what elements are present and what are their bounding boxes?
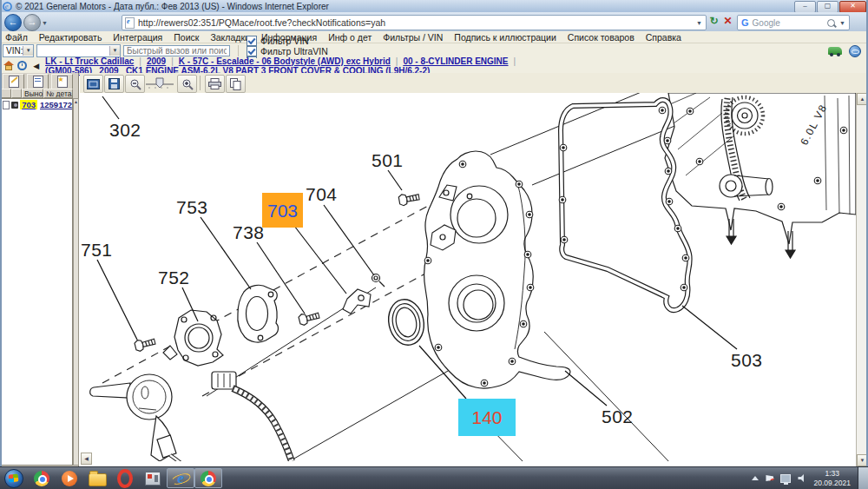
print-button[interactable] <box>205 75 225 93</box>
callout-link-703[interactable]: 703 <box>20 100 37 109</box>
search-dropdown-icon[interactable]: ▼ <box>835 20 849 26</box>
globe-icon[interactable] <box>849 45 861 57</box>
page-star-button[interactable] <box>51 74 73 89</box>
taskbar-ie-button-active[interactable] <box>167 468 194 488</box>
filter-0[interactable]: Фильтр VIN <box>247 36 331 46</box>
header-callout[interactable]: Вынос <box>22 89 43 98</box>
menu-item-10[interactable]: Справка <box>646 32 681 43</box>
application-window: e © 2021 General Motors - Дата публ.: Фе… <box>0 0 868 489</box>
callout-704[interactable]: 704 <box>306 185 338 203</box>
zoom-out-button[interactable] <box>125 75 145 93</box>
taskbar-chrome2-button-active[interactable] <box>194 468 222 488</box>
maximize-button[interactable]: ▢ <box>817 1 838 13</box>
menu-item-3[interactable]: Поиск <box>174 32 199 43</box>
breadcrumb-link-3[interactable]: 00 - 8-CYLINDER ENGINE <box>403 56 508 66</box>
parts-table-header: Вынос № детали <box>0 89 73 98</box>
volume-icon[interactable] <box>798 474 806 483</box>
home-icon[interactable] <box>3 61 13 70</box>
menu-bar: ФайлРедактироватьИнтеграцияПоискЗакладки… <box>0 31 868 43</box>
copy-page-button[interactable] <box>226 75 246 93</box>
menu-item-9[interactable]: Список товаров <box>568 32 635 43</box>
forward-button[interactable]: → <box>23 14 41 31</box>
breadcrumb-link-2[interactable]: K - 57C - Escalade - 06 Bodystyle (AWD) … <box>179 56 391 66</box>
callout-703[interactable]: 703 <box>262 193 303 228</box>
callout-501[interactable]: 501 <box>372 151 404 169</box>
search-icon[interactable] <box>827 19 835 27</box>
save-image-button[interactable] <box>104 75 124 93</box>
vin-select-caret-icon[interactable]: ▼ <box>23 46 33 56</box>
menu-item-4[interactable]: Закладки <box>210 32 249 43</box>
search-box[interactable]: G Google ▼ <box>737 15 850 30</box>
zoom-in-button[interactable] <box>177 75 197 93</box>
filter-1[interactable]: Фильтр UltraVIN <box>247 46 331 56</box>
action-center-flag-icon[interactable] <box>766 475 773 481</box>
edit-note-button[interactable] <box>3 74 24 89</box>
back-button[interactable]: ← <box>4 14 22 31</box>
menu-item-7[interactable]: Фильтры / VIN <box>383 32 443 43</box>
minimize-button[interactable]: – <box>794 1 816 13</box>
vin-value-caret-icon[interactable]: ▼ <box>109 46 120 56</box>
vehicle-icon[interactable] <box>828 47 842 55</box>
nav-history-caret-icon[interactable]: ▼ <box>42 20 48 26</box>
url-text[interactable]: http://rewers02:351/PQMace/root.fve?chec… <box>138 17 693 28</box>
breadcrumb-separator: | <box>139 56 141 66</box>
callout-753[interactable]: 753 <box>176 198 208 216</box>
breadcrumb-separator: | <box>171 56 174 66</box>
row-checkbox[interactable] <box>3 101 10 109</box>
zoom-slider[interactable] <box>144 76 175 90</box>
close-button[interactable]: ✕ <box>839 1 866 13</box>
header-part-number[interactable]: № детали <box>43 89 73 98</box>
taskbar-chrome-button[interactable] <box>28 468 56 489</box>
breadcrumb: ◀ LK - Lt Truck Cadillac|2009|K - 57C - … <box>0 58 868 74</box>
menu-item-1[interactable]: Редактировать <box>39 32 102 43</box>
parts-sidebar: Вынос № детали 7031259172 ▲ <box>0 73 79 466</box>
taskbar-hardware-utility-button[interactable] <box>139 468 167 489</box>
callout-140[interactable]: 140 <box>458 399 516 436</box>
network-icon[interactable] <box>780 474 791 483</box>
menu-item-8[interactable]: Подпись к иллюстрации <box>454 32 556 43</box>
callout-751[interactable]: 751 <box>81 241 113 259</box>
menu-item-0[interactable]: Файл <box>5 32 28 43</box>
start-button[interactable] <box>0 468 28 489</box>
callout-302[interactable]: 302 <box>109 121 141 139</box>
callout-752[interactable]: 752 <box>158 268 190 287</box>
hidden-icons-arrow-icon[interactable] <box>752 476 759 480</box>
callout-738[interactable]: 738 <box>233 223 265 241</box>
breadcrumb-link-0[interactable]: LK - Lt Truck Cadillac <box>45 56 134 66</box>
show-desktop-button[interactable] <box>858 467 868 489</box>
scroll-left-icon[interactable]: ◀ <box>81 453 92 465</box>
filter-checkbox-icon[interactable] <box>247 46 257 56</box>
photo-icon[interactable] <box>11 102 18 109</box>
fit-view-button[interactable] <box>83 75 103 93</box>
search-placeholder: Google <box>753 18 780 28</box>
filter-checkbox-icon[interactable] <box>247 36 257 46</box>
url-dropdown-icon[interactable]: ▼ <box>693 20 706 26</box>
refresh-icon[interactable]: ↻ <box>707 15 720 29</box>
part-number-link[interactable]: 1259172 <box>40 100 72 109</box>
taskbar-clock[interactable]: 1:33 20.09.2021 <box>813 469 851 487</box>
toolbar-divider <box>200 76 201 90</box>
callout-503[interactable]: 503 <box>731 351 763 369</box>
zoom-in-icon <box>181 78 194 90</box>
toolbar-divider <box>238 45 239 56</box>
taskbar: 1:33 20.09.2021 <box>0 466 868 489</box>
parts-list-button[interactable] <box>27 74 49 89</box>
stop-icon[interactable]: ✕ <box>721 15 734 29</box>
history-icon[interactable] <box>17 61 27 70</box>
taskbar-explorer-button[interactable] <box>83 468 111 489</box>
clock-time: 1:33 <box>813 469 851 479</box>
url-field[interactable]: http://rewers02:351/PQMace/root.fve?chec… <box>122 15 707 30</box>
sidebar-scroll-up-icon[interactable]: ▲ <box>74 99 78 105</box>
callout-502[interactable]: 502 <box>602 407 634 426</box>
save-image-icon <box>108 78 120 89</box>
breadcrumb-back-icon[interactable]: ◀ <box>33 62 39 70</box>
breadcrumb-link-1[interactable]: 2009 <box>147 56 166 66</box>
copy-page-icon <box>230 78 241 90</box>
zoom-out-icon <box>129 78 141 90</box>
sidebar-scrollbar[interactable]: ▲ <box>73 98 79 466</box>
menu-item-2[interactable]: Интеграция <box>113 32 162 43</box>
taskbar-opera-button[interactable] <box>111 468 139 489</box>
quick-search-input[interactable] <box>123 45 230 56</box>
vin-select[interactable]: VIN: ▼ <box>3 44 34 57</box>
taskbar-media-player-button[interactable] <box>56 468 83 489</box>
